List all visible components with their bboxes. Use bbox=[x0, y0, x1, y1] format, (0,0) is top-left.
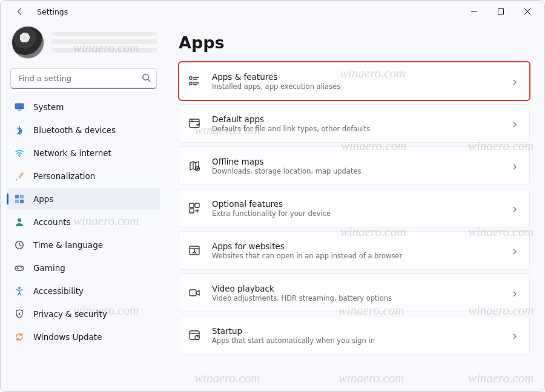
chevron-right-icon bbox=[511, 119, 520, 128]
card-subtitle: Websites that can open in an app instead… bbox=[212, 252, 500, 260]
sidebar-item-accounts[interactable]: Accounts bbox=[7, 211, 160, 233]
personalization-icon bbox=[14, 171, 25, 181]
svg-rect-21 bbox=[190, 203, 194, 207]
svg-rect-7 bbox=[20, 195, 24, 198]
sidebar-item-personalization[interactable]: Personalization bbox=[7, 165, 160, 187]
sidebar-item-bluetooth[interactable]: Bluetooth & devices bbox=[7, 119, 160, 141]
svg-rect-2 bbox=[15, 103, 24, 109]
user-info-redacted bbox=[51, 32, 157, 53]
card-apps-websites[interactable]: Apps for websitesWebsites that can open … bbox=[179, 231, 530, 270]
svg-point-14 bbox=[22, 269, 23, 270]
svg-rect-9 bbox=[20, 200, 24, 203]
user-profile[interactable] bbox=[7, 25, 160, 64]
maximize-button[interactable] bbox=[487, 2, 514, 21]
window-body: SystemBluetooth & devicesNetwork & inter… bbox=[1, 22, 544, 391]
window-title: Settings bbox=[37, 7, 68, 16]
time-icon bbox=[14, 240, 25, 250]
sidebar-item-label: Time & language bbox=[33, 240, 103, 250]
svg-rect-23 bbox=[190, 209, 194, 213]
svg-rect-25 bbox=[190, 290, 196, 296]
accessibility-icon bbox=[14, 286, 25, 296]
svg-rect-19 bbox=[190, 119, 199, 128]
card-subtitle: Defaults for file and link types, other … bbox=[212, 125, 500, 133]
svg-point-13 bbox=[21, 267, 22, 269]
offline-maps-icon bbox=[188, 159, 201, 172]
sidebar-item-update[interactable]: Windows Update bbox=[7, 326, 160, 348]
card-title: Offline maps bbox=[212, 157, 500, 166]
card-text: Apps & featuresInstalled apps, app execu… bbox=[212, 72, 500, 91]
startup-icon bbox=[188, 328, 201, 342]
card-default-apps[interactable]: Default appsDefaults for file and link t… bbox=[179, 104, 530, 143]
card-subtitle: Video adjustments, HDR streaming, batter… bbox=[212, 294, 500, 302]
avatar bbox=[12, 26, 44, 59]
svg-point-16 bbox=[19, 313, 20, 314]
minimize-button[interactable] bbox=[461, 2, 487, 21]
sidebar-item-time[interactable]: Time & language bbox=[7, 234, 160, 256]
svg-rect-3 bbox=[18, 109, 21, 110]
sidebar-item-label: Personalization bbox=[33, 171, 95, 181]
card-title: Optional features bbox=[212, 199, 500, 209]
sidebar-item-system[interactable]: System bbox=[7, 96, 160, 118]
card-subtitle: Downloads, storage location, map updates bbox=[212, 167, 500, 175]
default-apps-icon bbox=[188, 117, 201, 130]
chevron-right-icon bbox=[511, 77, 520, 85]
card-text: Apps for websitesWebsites that can open … bbox=[212, 241, 500, 260]
window-controls bbox=[461, 2, 541, 21]
card-title: Default apps bbox=[212, 114, 500, 124]
sidebar-item-label: Apps bbox=[33, 194, 53, 204]
card-startup[interactable]: StartupApps that start automatically whe… bbox=[179, 316, 530, 354]
network-icon bbox=[14, 148, 25, 158]
bluetooth-icon bbox=[14, 125, 25, 136]
svg-rect-17 bbox=[190, 77, 192, 79]
sidebar-item-label: Privacy & security bbox=[33, 309, 107, 319]
search-input[interactable] bbox=[10, 68, 157, 89]
card-title: Apps & features bbox=[212, 72, 500, 82]
card-subtitle: Installed apps, app execution aliases bbox=[212, 82, 500, 91]
accounts-icon bbox=[14, 217, 25, 227]
nav-list: SystemBluetooth & devicesNetwork & inter… bbox=[7, 96, 160, 348]
sidebar-item-label: Bluetooth & devices bbox=[33, 125, 116, 135]
sidebar-item-network[interactable]: Network & internet bbox=[7, 142, 160, 164]
privacy-icon bbox=[14, 309, 25, 319]
main-content: Apps Apps & featuresInstalled apps, app … bbox=[165, 22, 544, 391]
back-button[interactable] bbox=[10, 2, 30, 21]
titlebar: Settings bbox=[1, 1, 544, 22]
sidebar-item-label: Windows Update bbox=[33, 332, 102, 342]
gaming-icon bbox=[14, 263, 25, 273]
card-apps-features[interactable]: Apps & featuresInstalled apps, app execu… bbox=[179, 62, 530, 100]
settings-cards: Apps & featuresInstalled apps, app execu… bbox=[179, 62, 530, 354]
page-title: Apps bbox=[179, 33, 530, 52]
optional-features-icon bbox=[188, 201, 201, 215]
apps-features-icon bbox=[188, 74, 201, 88]
chevron-right-icon bbox=[511, 331, 520, 339]
svg-rect-18 bbox=[190, 82, 192, 85]
card-text: Offline mapsDownloads, storage location,… bbox=[212, 157, 500, 175]
svg-rect-6 bbox=[15, 195, 19, 198]
svg-point-1 bbox=[143, 74, 148, 80]
sidebar-item-label: System bbox=[33, 102, 64, 112]
card-video-playback[interactable]: Video playbackVideo adjustments, HDR str… bbox=[179, 273, 530, 312]
svg-rect-8 bbox=[15, 200, 19, 203]
card-offline-maps[interactable]: Offline mapsDownloads, storage location,… bbox=[179, 146, 530, 185]
svg-rect-5 bbox=[18, 172, 24, 179]
sidebar-item-accessibility[interactable]: Accessibility bbox=[7, 280, 160, 302]
settings-window: Settings SystemBluetooth & devicesNetwor… bbox=[0, 0, 545, 392]
card-title: Video playback bbox=[212, 284, 500, 293]
close-button[interactable] bbox=[514, 2, 541, 21]
card-optional-features[interactable]: Optional featuresExtra functionality for… bbox=[179, 189, 530, 227]
sidebar-item-label: Network & internet bbox=[33, 148, 111, 158]
apps-websites-icon bbox=[188, 244, 201, 257]
card-title: Startup bbox=[212, 326, 500, 336]
sidebar-item-privacy[interactable]: Privacy & security bbox=[7, 303, 160, 325]
sidebar-item-label: Accounts bbox=[33, 217, 71, 227]
chevron-right-icon bbox=[511, 246, 520, 255]
svg-point-15 bbox=[18, 287, 21, 289]
svg-rect-0 bbox=[498, 9, 504, 15]
card-text: Default appsDefaults for file and link t… bbox=[212, 114, 500, 133]
search-container bbox=[10, 68, 157, 89]
apps-icon bbox=[14, 194, 25, 204]
svg-point-10 bbox=[18, 218, 21, 222]
sidebar: SystemBluetooth & devicesNetwork & inter… bbox=[1, 22, 165, 391]
sidebar-item-apps[interactable]: Apps bbox=[7, 188, 160, 210]
sidebar-item-gaming[interactable]: Gaming bbox=[7, 257, 160, 279]
